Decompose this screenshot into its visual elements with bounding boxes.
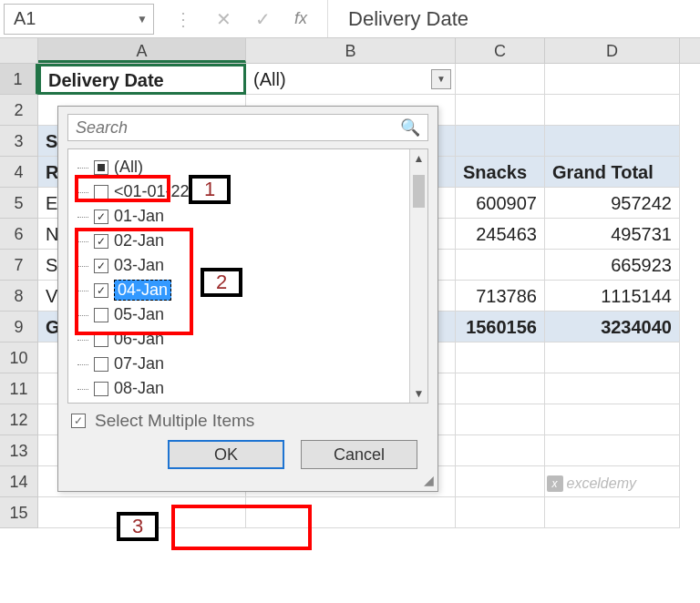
cell-d6[interactable]: 495731 bbox=[545, 219, 680, 250]
row-header-4[interactable]: 4 bbox=[0, 157, 38, 188]
filter-search[interactable]: 🔍 bbox=[67, 114, 428, 141]
row-header-5[interactable]: 5 bbox=[0, 188, 38, 219]
cell-c1[interactable] bbox=[456, 64, 545, 95]
filter-item-5[interactable]: 04-Jan bbox=[72, 278, 424, 302]
row-header-9[interactable]: 9 bbox=[0, 312, 38, 342]
cell-d7[interactable]: 665923 bbox=[545, 250, 680, 281]
row-header-2[interactable]: 2 bbox=[0, 95, 38, 126]
cell-d5[interactable]: 957242 bbox=[545, 188, 680, 219]
filter-item-4[interactable]: 03-Jan bbox=[72, 253, 424, 278]
row-header-14[interactable]: 14 bbox=[0, 466, 38, 497]
column-header-b[interactable]: B bbox=[246, 38, 456, 63]
filter-item-7[interactable]: 06-Jan bbox=[72, 327, 424, 352]
checkbox-icon[interactable] bbox=[94, 210, 108, 224]
filter-search-input[interactable] bbox=[76, 118, 400, 138]
formula-bar: A1 ▼ ⋮ ✕ ✓ fx Delivery Date bbox=[0, 0, 700, 38]
cell-c8[interactable]: 713786 bbox=[456, 281, 545, 312]
row-header-3[interactable]: 3 bbox=[0, 126, 38, 157]
resize-handle-icon[interactable]: ◢ bbox=[424, 473, 434, 487]
row-header-12[interactable]: 12 bbox=[0, 404, 38, 435]
cancel-button[interactable]: Cancel bbox=[301, 440, 417, 469]
checkbox-icon[interactable] bbox=[94, 185, 108, 199]
filter-item-label: 07-Jan bbox=[114, 354, 164, 373]
filter-item-2[interactable]: 01-Jan bbox=[72, 204, 424, 229]
spreadsheet-grid: 1 Delivery Date (All) ▼ 2 3S 4RSnacksGra… bbox=[0, 64, 700, 528]
formula-bar-value[interactable]: Delivery Date bbox=[327, 0, 700, 37]
row-header-13[interactable]: 13 bbox=[0, 435, 38, 466]
cancel-x-icon: ✕ bbox=[216, 8, 232, 30]
cell-c4[interactable]: Snacks bbox=[456, 157, 545, 188]
filter-item-3[interactable]: 02-Jan bbox=[72, 229, 424, 253]
dialog-buttons: OK Cancel bbox=[58, 440, 417, 469]
filter-item-label: 01-Jan bbox=[114, 207, 164, 226]
row-header-6[interactable]: 6 bbox=[0, 219, 38, 250]
column-headers: A B C D bbox=[0, 38, 700, 64]
name-box-value: A1 bbox=[14, 8, 36, 29]
row-header-7[interactable]: 7 bbox=[0, 250, 38, 281]
check-icon: ✓ bbox=[255, 8, 271, 30]
filter-item-1[interactable]: <01-01-22 bbox=[72, 179, 424, 204]
column-header-d[interactable]: D bbox=[545, 38, 680, 63]
filter-item-0[interactable]: (All) bbox=[72, 155, 424, 179]
cell-d8[interactable]: 1115144 bbox=[545, 281, 680, 312]
filter-item-label: 02-Jan bbox=[114, 231, 164, 250]
fx-icon[interactable]: fx bbox=[294, 9, 307, 28]
checkbox-icon[interactable] bbox=[94, 308, 108, 322]
cell-d1[interactable] bbox=[545, 64, 680, 95]
checkbox-icon[interactable] bbox=[94, 259, 108, 273]
checkbox-icon[interactable] bbox=[94, 357, 108, 372]
row-header-11[interactable]: 11 bbox=[0, 373, 38, 404]
name-box[interactable]: A1 ▼ bbox=[4, 4, 154, 35]
scroll-down-icon[interactable]: ▼ bbox=[410, 384, 427, 403]
checkbox-icon[interactable] bbox=[94, 382, 108, 396]
checkbox-icon[interactable] bbox=[94, 283, 108, 298]
filter-item-label: 06-Jan bbox=[114, 330, 164, 349]
formula-bar-icons: ⋮ ✕ ✓ fx bbox=[154, 8, 327, 30]
column-header-a[interactable]: A bbox=[38, 38, 246, 63]
checkbox-icon[interactable] bbox=[94, 234, 108, 249]
row-header-8[interactable]: 8 bbox=[0, 281, 38, 312]
column-header-c[interactable]: C bbox=[456, 38, 545, 63]
search-icon[interactable]: 🔍 bbox=[400, 118, 420, 138]
scroll-thumb[interactable] bbox=[413, 175, 425, 208]
checkbox-icon[interactable] bbox=[94, 160, 108, 175]
filter-item-label: <01-01-22 bbox=[114, 182, 190, 201]
cell-c9[interactable]: 1560156 bbox=[456, 312, 545, 342]
cell-c5[interactable]: 600907 bbox=[456, 188, 545, 219]
cell-a1[interactable]: Delivery Date bbox=[38, 64, 246, 95]
cell-b1[interactable]: (All) ▼ bbox=[246, 64, 456, 95]
select-multiple-row[interactable]: Select Multiple Items bbox=[71, 411, 425, 431]
filter-item-label: (All) bbox=[114, 158, 143, 177]
select-all-corner[interactable] bbox=[0, 38, 38, 63]
filter-dropdown-button[interactable]: ▼ bbox=[431, 69, 451, 89]
select-multiple-checkbox[interactable] bbox=[71, 414, 86, 428]
dots-icon: ⋮ bbox=[174, 8, 192, 30]
filter-tree: (All)<01-01-2201-Jan02-Jan03-Jan04-Jan05… bbox=[67, 148, 428, 404]
chevron-down-icon[interactable]: ▼ bbox=[137, 13, 148, 26]
ok-button[interactable]: OK bbox=[168, 440, 284, 469]
cell-d4[interactable]: Grand Total bbox=[545, 157, 680, 188]
filter-item-6[interactable]: 05-Jan bbox=[72, 302, 424, 327]
filter-item-8[interactable]: 07-Jan bbox=[72, 352, 424, 376]
scrollbar[interactable]: ▲ ▼ bbox=[409, 149, 427, 403]
filter-dropdown-panel: 🔍 (All)<01-01-2201-Jan02-Jan03-Jan04-Jan… bbox=[57, 106, 438, 492]
cell-c6[interactable]: 245463 bbox=[456, 219, 545, 250]
row-header-15[interactable]: 15 bbox=[0, 497, 38, 528]
cell-d9[interactable]: 3234040 bbox=[545, 312, 680, 342]
filter-item-label: 05-Jan bbox=[114, 305, 164, 324]
filter-item-label: 03-Jan bbox=[114, 256, 164, 275]
row-header-1[interactable]: 1 bbox=[0, 64, 38, 95]
select-multiple-label: Select Multiple Items bbox=[95, 411, 254, 431]
filter-item-9[interactable]: 08-Jan bbox=[72, 376, 424, 401]
filter-value: (All) bbox=[253, 69, 286, 89]
filter-item-label: 04-Jan bbox=[114, 280, 171, 301]
checkbox-icon[interactable] bbox=[94, 332, 108, 347]
row-header-10[interactable]: 10 bbox=[0, 342, 38, 373]
scroll-up-icon[interactable]: ▲ bbox=[410, 149, 427, 168]
filter-item-label: 08-Jan bbox=[114, 379, 164, 398]
